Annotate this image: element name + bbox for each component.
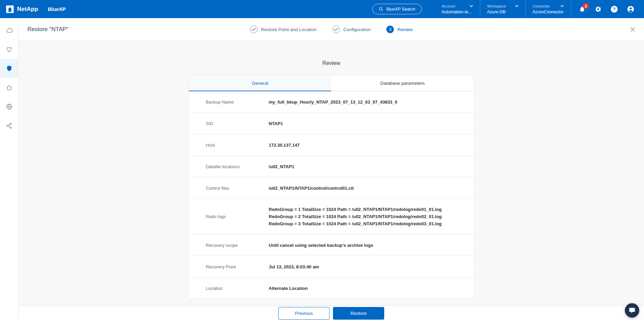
share-nodes-icon <box>6 122 13 129</box>
shield-icon <box>6 65 13 72</box>
redo-log-line: RedoGroup = 1 TotalSize = 1024 Path = /u… <box>269 206 442 213</box>
workspace-label: Workspace <box>487 4 506 8</box>
row-label: SID <box>206 121 269 126</box>
chevron-down-icon <box>469 5 473 7</box>
close-button[interactable] <box>630 27 635 32</box>
row-value: my_full_bkup_Hourly_NTAP_2023_07_13_12_0… <box>269 98 404 106</box>
workspace-menu[interactable]: Workspace Azure-DB <box>480 0 525 18</box>
search-label: BlueXP Search <box>386 7 415 12</box>
netapp-logo-icon <box>6 5 14 13</box>
sidebar-item-health[interactable] <box>0 40 18 59</box>
home-icon <box>6 84 13 91</box>
row-value: /u02_NTAP1/NTAP1/control/control01.ctl <box>269 185 361 192</box>
top-header: NetApp BlueXP BlueXP Search Account Auto… <box>0 0 644 18</box>
help-icon: ? <box>611 6 618 13</box>
step-check-icon <box>250 26 257 33</box>
help-button[interactable]: ? <box>611 6 618 13</box>
sidebar-item-storage[interactable] <box>0 21 18 40</box>
page-title: Restore "NTAP" <box>18 26 68 33</box>
step-number: 3 <box>386 26 394 33</box>
row-label: Recovery scope <box>206 243 269 248</box>
account-value: Automation-te... <box>442 10 473 14</box>
chevron-down-icon <box>560 5 564 7</box>
bluexp-search[interactable]: BlueXP Search <box>372 4 422 14</box>
row-value: RedoGroup = 1 TotalSize = 1024 Path = /u… <box>269 206 448 227</box>
product-name: BlueXP <box>48 6 66 12</box>
gear-icon <box>595 6 602 13</box>
step-label: Review <box>397 27 412 32</box>
cloud-icon <box>6 27 13 34</box>
step-check-icon <box>332 26 340 33</box>
sidebar-item-extensions[interactable] <box>0 116 18 135</box>
row-label: Control files <box>206 186 269 191</box>
netapp-brand: NetApp <box>0 5 38 13</box>
globe-icon <box>6 103 13 110</box>
brand-name: NetApp <box>17 6 38 13</box>
review-card: General Database parameters Backup Name … <box>188 75 474 299</box>
context-switchers: Account Automation-te... Workspace Azure… <box>435 0 571 18</box>
review-row-host: Host 172.30.137.147 <box>188 134 474 156</box>
row-value: /u02_NTAP1 <box>269 163 301 170</box>
wizard-header: Restore "NTAP" Restore Point and Locatio… <box>18 18 644 41</box>
chat-launcher-button[interactable] <box>625 303 639 318</box>
sidebar-item-mobility[interactable] <box>0 78 18 97</box>
workspace-value: Azure-DB <box>487 10 519 14</box>
step-review[interactable]: 3 Review <box>386 26 412 33</box>
row-value: Alternate Location <box>269 285 314 292</box>
user-icon <box>627 5 634 13</box>
previous-button[interactable]: Previous <box>278 307 330 320</box>
review-page: Review General Database parameters Backu… <box>18 41 644 305</box>
notification-badge: 2 <box>583 3 589 9</box>
review-row-control-files: Control files /u02_NTAP1/NTAP1/control/c… <box>188 177 474 199</box>
review-row-backup-name: Backup Name my_full_bkup_Hourly_NTAP_202… <box>188 91 474 113</box>
step-label: Configuration <box>343 27 371 32</box>
review-heading: Review <box>18 41 644 66</box>
review-row-location: Location Alternate Location <box>188 278 474 299</box>
sidebar-item-protection[interactable] <box>0 59 18 78</box>
search-icon <box>379 7 383 11</box>
connector-menu[interactable]: Connector AzureConnector <box>526 0 571 18</box>
notifications-button[interactable]: 2 <box>579 6 586 13</box>
row-value: Until cancel using selected backup's arc… <box>269 242 380 249</box>
restore-button[interactable]: Restore <box>333 307 384 320</box>
review-row-recovery-scope: Recovery scope Until cancel using select… <box>188 235 474 256</box>
row-label: Recovery Point <box>206 264 269 269</box>
tab-general[interactable]: General <box>189 76 331 91</box>
health-heart-icon <box>6 46 13 53</box>
close-icon <box>630 27 635 32</box>
row-value: NTAP1 <box>269 120 290 127</box>
row-label: Backup Name <box>206 99 269 105</box>
redo-log-line: RedoGroup = 2 TotalSize = 1024 Path = /u… <box>269 213 442 220</box>
chat-icon <box>629 307 635 314</box>
chevron-down-icon <box>515 5 519 7</box>
wizard-footer: Previous Restore <box>18 305 644 321</box>
redo-log-line: RedoGroup = 3 TotalSize = 1024 Path = /u… <box>269 220 442 227</box>
account-label: Account <box>442 4 455 8</box>
step-restore-point-and-location[interactable]: Restore Point and Location <box>250 26 317 33</box>
review-tabs: General Database parameters <box>188 75 474 91</box>
row-label: Redo logs <box>206 214 269 219</box>
row-value: Jul 13, 2023, 8:03:40 am <box>269 263 326 270</box>
review-row-recovery-point: Recovery Point Jul 13, 2023, 8:03:40 am <box>188 256 474 278</box>
row-label: Location <box>206 286 269 291</box>
settings-button[interactable] <box>595 6 602 13</box>
step-configuration[interactable]: Configuration <box>332 26 371 33</box>
connector-label: Connector <box>533 4 550 8</box>
wizard-steps: Restore Point and Location Configuration… <box>250 26 412 33</box>
header-actions: 2 ? <box>571 5 644 13</box>
row-value: 172.30.137.147 <box>269 142 306 149</box>
review-row-sid: SID NTAP1 <box>188 113 474 134</box>
account-menu[interactable]: Account Automation-te... <box>435 0 480 18</box>
review-row-datafile-locations: Datafile locations /u02_NTAP1 <box>188 156 474 177</box>
user-menu-button[interactable] <box>627 5 634 13</box>
connector-value: AzureConnector <box>533 10 564 14</box>
row-label: Host <box>206 143 269 148</box>
sidebar-item-governance[interactable] <box>0 97 18 116</box>
review-row-redo-logs: Redo logs RedoGroup = 1 TotalSize = 1024… <box>188 199 474 235</box>
tab-database-parameters[interactable]: Database parameters <box>331 76 474 91</box>
step-label: Restore Point and Location <box>261 27 317 32</box>
row-label: Datafile locations <box>206 164 269 169</box>
left-sidebar <box>0 18 18 321</box>
